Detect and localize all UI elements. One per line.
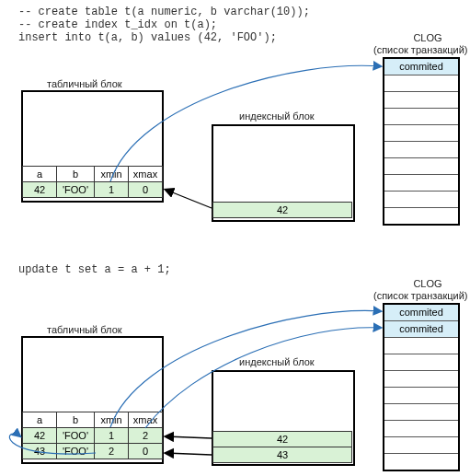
- clog-row: commited: [384, 305, 458, 321]
- clog-title-bottom: CLOG: [409, 278, 446, 289]
- col-xmin: xmin: [95, 167, 129, 182]
- clog-title-top: CLOG: [409, 32, 446, 43]
- index-row: 42: [212, 431, 352, 447]
- clog-row: [384, 354, 458, 371]
- clog-row: [384, 125, 458, 142]
- col-xmax: xmax: [129, 412, 163, 428]
- col-a: a: [23, 167, 57, 182]
- col-xmax: xmax: [129, 167, 163, 182]
- clog-box-bottom: commited commited: [383, 303, 460, 471]
- clog-sub-bottom: (список транзакций): [373, 290, 467, 301]
- table-row: 43 'FOO' 2 0: [23, 444, 163, 459]
- clog-row: [384, 192, 458, 208]
- col-b: b: [57, 412, 95, 428]
- index-row: 43: [212, 447, 352, 463]
- clog-row: [384, 92, 458, 109]
- col-b: b: [57, 167, 95, 182]
- index-block-label-top: индексный блок: [239, 110, 315, 122]
- clog-row: [384, 75, 458, 92]
- clog-box-top: commited: [383, 57, 460, 226]
- clog-row: [384, 421, 458, 437]
- index-row: 42: [212, 202, 352, 218]
- col-a: a: [23, 412, 57, 428]
- sql-code-bottom: update t set a = a + 1;: [18, 263, 171, 276]
- clog-row: [384, 175, 458, 192]
- sql-code-top: -- create table t(a numeric, b varchar(1…: [18, 6, 310, 44]
- clog-row: [384, 142, 458, 158]
- clog-row: [384, 208, 458, 224]
- index-block-label-bottom: индексный блок: [239, 356, 315, 367]
- table-row: 42 'FOO' 1 2: [23, 428, 163, 444]
- table-row: 42 'FOO' 1 0: [23, 182, 163, 198]
- table-top: a b xmin xmax 42 'FOO' 1 0: [22, 166, 163, 198]
- table-block-label-top: табличный блок: [47, 78, 122, 89]
- clog-row: commited: [384, 321, 458, 338]
- clog-row: [384, 109, 458, 125]
- clog-row: [384, 388, 458, 404]
- clog-row: [384, 437, 458, 454]
- clog-row: commited: [384, 59, 458, 75]
- clog-row: [384, 371, 458, 388]
- col-xmin: xmin: [95, 412, 129, 428]
- clog-row: [384, 404, 458, 421]
- clog-row: [384, 158, 458, 175]
- clog-row: [384, 454, 458, 470]
- table-block-label-bottom: табличный блок: [47, 324, 122, 335]
- clog-sub-top: (список транзакций): [373, 44, 467, 55]
- clog-row: [384, 338, 458, 354]
- table-bottom: a b xmin xmax 42 'FOO' 1 2 43 'FOO' 2 0: [22, 412, 163, 459]
